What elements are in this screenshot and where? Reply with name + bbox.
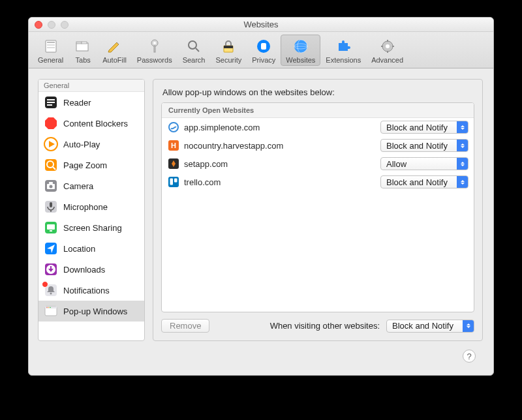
site-policy-select[interactable]: Block and Notify — [380, 139, 468, 152]
svg-rect-1 — [47, 42, 55, 43]
tab-websites[interactable]: Websites — [281, 35, 320, 66]
svg-point-50 — [50, 293, 52, 295]
svg-rect-59 — [168, 177, 179, 187]
sidebar-item-page-zoom[interactable]: Page Zoom — [38, 155, 144, 175]
svg-point-56 — [169, 123, 178, 132]
location-icon — [44, 241, 58, 256]
titlebar: Websites — [29, 18, 493, 32]
chevron-updown-icon — [457, 140, 468, 151]
globe-icon — [292, 37, 310, 55]
svg-rect-37 — [49, 182, 53, 184]
window-title: Websites — [29, 20, 493, 29]
site-row[interactable]: app.simplenote.com Block and Notify — [162, 118, 474, 136]
main-panel: Allow pop-up windows on the websites bel… — [153, 79, 483, 341]
site-policy-select[interactable]: Block and Notify — [380, 121, 468, 134]
svg-point-10 — [189, 41, 196, 49]
sidebar-item-downloads[interactable]: Downloads — [38, 259, 144, 280]
sidebar-item-label: Microphone — [63, 202, 108, 212]
chevron-updown-icon — [457, 176, 468, 188]
popup-icon — [44, 304, 58, 318]
favicon-harvest: H — [168, 140, 179, 151]
tab-tabs[interactable]: Tabs — [69, 35, 97, 66]
sidebar-item-label: Downloads — [63, 265, 105, 275]
main-heading: Allow pop-up windows on the websites bel… — [162, 87, 473, 97]
puzzle-icon — [334, 37, 352, 55]
other-websites-select[interactable]: Block and Notify — [386, 320, 474, 333]
site-policy-select[interactable]: Allow — [380, 157, 468, 170]
svg-point-55 — [50, 307, 51, 308]
sidebar-item-screen-sharing[interactable]: Screen Sharing — [38, 217, 144, 238]
tab-privacy[interactable]: Privacy — [247, 35, 281, 66]
svg-rect-4 — [76, 43, 88, 51]
zoom-icon — [44, 158, 58, 172]
sidebar-item-camera[interactable]: Camera — [38, 175, 144, 196]
badge-indicator — [42, 281, 48, 288]
preferences-window: Websites General Tabs AutoFill Passwords… — [28, 17, 494, 376]
site-name: nocountry.harvestapp.com — [184, 141, 375, 151]
help-button[interactable]: ? — [463, 350, 476, 363]
window-controls — [29, 21, 69, 29]
sidebar-item-label: Location — [63, 244, 95, 254]
svg-rect-25 — [47, 99, 55, 100]
svg-point-36 — [50, 185, 53, 188]
favicon-simplenote — [168, 122, 179, 132]
content-area: General Reader Content Blockers Auto-Pla… — [29, 68, 493, 352]
tab-advanced[interactable]: Advanced — [366, 35, 408, 66]
favicon-setapp — [168, 158, 179, 169]
minimize-window-button[interactable] — [48, 21, 55, 29]
svg-point-8 — [153, 42, 156, 44]
sidebar: General Reader Content Blockers Auto-Pla… — [38, 79, 145, 341]
svg-rect-6 — [82, 42, 87, 44]
microphone-icon — [44, 200, 58, 214]
svg-point-53 — [46, 307, 48, 308]
tab-security[interactable]: Security — [210, 35, 247, 66]
tab-extensions[interactable]: Extensions — [320, 35, 366, 66]
svg-rect-3 — [47, 47, 55, 48]
svg-rect-2 — [47, 44, 55, 46]
tab-passwords[interactable]: Passwords — [132, 35, 177, 66]
sidebar-item-reader[interactable]: Reader — [38, 92, 144, 113]
svg-rect-39 — [50, 202, 52, 207]
site-name: trello.com — [184, 177, 375, 187]
sidebar-item-autoplay[interactable]: Auto-Play — [38, 134, 144, 155]
downloads-icon — [44, 262, 58, 277]
camera-icon — [44, 179, 58, 193]
sidebar-item-label: Content Blockers — [63, 119, 128, 128]
zoom-window-button[interactable] — [61, 21, 69, 29]
svg-rect-9 — [154, 46, 155, 52]
sidebar-item-label: Page Zoom — [63, 160, 107, 170]
sidebar-item-content-blockers[interactable]: Content Blockers — [38, 113, 144, 134]
tab-label: Websites — [286, 56, 315, 64]
tab-general[interactable]: General — [33, 35, 69, 66]
svg-line-11 — [196, 48, 199, 52]
site-name: app.simplenote.com — [184, 123, 375, 132]
sidebar-item-label: Auto-Play — [63, 140, 100, 149]
svg-rect-42 — [47, 224, 55, 230]
site-row[interactable]: setapp.com Allow — [162, 155, 474, 173]
site-row[interactable]: H nocountry.harvestapp.com Block and Not… — [162, 136, 474, 155]
sidebar-item-location[interactable]: Location — [38, 238, 144, 259]
sidebar-item-microphone[interactable]: Microphone — [38, 196, 144, 217]
tab-label: Search — [183, 56, 206, 64]
tab-autofill[interactable]: AutoFill — [97, 35, 132, 66]
tab-label: Advanced — [371, 56, 403, 64]
sidebar-item-popup-windows[interactable]: Pop-up Windows — [38, 301, 144, 322]
svg-point-19 — [386, 44, 390, 48]
close-window-button[interactable] — [35, 21, 42, 29]
key-icon — [146, 37, 164, 55]
sidebar-item-notifications[interactable]: Notifications — [38, 280, 144, 301]
screen-sharing-icon — [44, 220, 58, 235]
site-policy-select[interactable]: Block and Notify — [380, 175, 468, 188]
tab-label: General — [38, 56, 63, 64]
tab-label: AutoFill — [102, 56, 127, 64]
play-icon — [44, 137, 58, 151]
other-websites-label: When visiting other websites: — [270, 321, 380, 331]
tab-search[interactable]: Search — [177, 35, 211, 66]
gear-icon — [378, 37, 397, 55]
privacy-icon — [254, 37, 273, 55]
tab-label: Tabs — [76, 56, 91, 64]
remove-button[interactable]: Remove — [161, 319, 209, 333]
chevron-updown-icon — [457, 121, 468, 133]
svg-rect-27 — [47, 104, 52, 106]
site-row[interactable]: trello.com Block and Notify — [162, 173, 474, 191]
